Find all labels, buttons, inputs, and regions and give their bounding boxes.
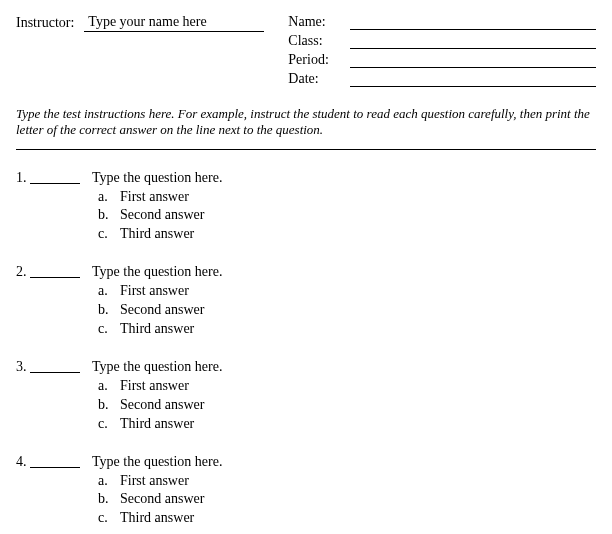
answer-blank-line[interactable] bbox=[30, 170, 80, 184]
date-input-line[interactable] bbox=[350, 73, 596, 87]
answer-text[interactable]: First answer bbox=[120, 377, 189, 396]
answer-blank-line[interactable] bbox=[30, 359, 80, 373]
class-input-line[interactable] bbox=[350, 35, 596, 49]
answer-row: b.Second answer bbox=[92, 396, 596, 415]
answer-row: c.Third answer bbox=[92, 320, 596, 339]
answer-letter: a. bbox=[98, 188, 120, 207]
meta-row-date: Date: bbox=[288, 71, 596, 87]
answer-row: c.Third answer bbox=[92, 509, 596, 528]
question-content: Type the question here.a.First answerb.S… bbox=[92, 454, 596, 529]
answer-letter: c. bbox=[98, 415, 120, 434]
answer-text[interactable]: First answer bbox=[120, 472, 189, 491]
answer-row: a.First answer bbox=[92, 188, 596, 207]
answer-letter: c. bbox=[98, 225, 120, 244]
meta-row-name: Name: bbox=[288, 14, 596, 30]
answer-text[interactable]: Second answer bbox=[120, 396, 204, 415]
answer-text[interactable]: Second answer bbox=[120, 490, 204, 509]
class-label: Class: bbox=[288, 33, 344, 49]
instructor-label: Instructor: bbox=[16, 14, 84, 31]
date-label: Date: bbox=[288, 71, 344, 87]
period-input-line[interactable] bbox=[350, 54, 596, 68]
meta-row-period: Period: bbox=[288, 52, 596, 68]
question-text[interactable]: Type the question here. bbox=[92, 170, 596, 186]
answer-row: a.First answer bbox=[92, 377, 596, 396]
answer-letter: b. bbox=[98, 396, 120, 415]
answer-text[interactable]: Third answer bbox=[120, 509, 194, 528]
question-number: 2. bbox=[16, 264, 30, 339]
question-content: Type the question here.a.First answerb.S… bbox=[92, 264, 596, 339]
answer-row: c.Third answer bbox=[92, 415, 596, 434]
answer-text[interactable]: Third answer bbox=[120, 225, 194, 244]
questions-container: 1.Type the question here.a.First answerb… bbox=[16, 170, 596, 529]
instructor-input[interactable]: Type your name here bbox=[84, 14, 264, 32]
answer-text[interactable]: Third answer bbox=[120, 415, 194, 434]
question-content: Type the question here.a.First answerb.S… bbox=[92, 359, 596, 434]
answer-row: a.First answer bbox=[92, 282, 596, 301]
question-block: 2.Type the question here.a.First answerb… bbox=[16, 264, 596, 339]
answer-blank-line[interactable] bbox=[30, 454, 80, 468]
answer-text[interactable]: Second answer bbox=[120, 301, 204, 320]
question-number: 4. bbox=[16, 454, 30, 529]
header: Instructor: Type your name here Name: Cl… bbox=[16, 14, 596, 90]
answer-letter: a. bbox=[98, 472, 120, 491]
divider bbox=[16, 149, 596, 150]
question-text[interactable]: Type the question here. bbox=[92, 264, 596, 280]
meta-row-class: Class: bbox=[288, 33, 596, 49]
question-number: 3. bbox=[16, 359, 30, 434]
question-block: 1.Type the question here.a.First answerb… bbox=[16, 170, 596, 245]
question-content: Type the question here.a.First answerb.S… bbox=[92, 170, 596, 245]
answer-letter: a. bbox=[98, 282, 120, 301]
instructor-block: Instructor: Type your name here bbox=[16, 14, 264, 90]
answer-text[interactable]: First answer bbox=[120, 188, 189, 207]
period-label: Period: bbox=[288, 52, 344, 68]
question-block: 3.Type the question here.a.First answerb… bbox=[16, 359, 596, 434]
answer-text[interactable]: First answer bbox=[120, 282, 189, 301]
answer-letter: c. bbox=[98, 320, 120, 339]
answer-letter: b. bbox=[98, 490, 120, 509]
answer-row: b.Second answer bbox=[92, 490, 596, 509]
question-text[interactable]: Type the question here. bbox=[92, 454, 596, 470]
answer-letter: b. bbox=[98, 301, 120, 320]
answer-row: b.Second answer bbox=[92, 301, 596, 320]
name-label: Name: bbox=[288, 14, 344, 30]
answer-text[interactable]: Third answer bbox=[120, 320, 194, 339]
name-input-line[interactable] bbox=[350, 16, 596, 30]
answer-text[interactable]: Second answer bbox=[120, 206, 204, 225]
student-meta-block: Name: Class: Period: Date: bbox=[288, 14, 596, 90]
question-number: 1. bbox=[16, 170, 30, 245]
question-block: 4.Type the question here.a.First answerb… bbox=[16, 454, 596, 529]
answer-letter: c. bbox=[98, 509, 120, 528]
answer-row: c.Third answer bbox=[92, 225, 596, 244]
answer-letter: a. bbox=[98, 377, 120, 396]
question-text[interactable]: Type the question here. bbox=[92, 359, 596, 375]
answer-letter: b. bbox=[98, 206, 120, 225]
answer-blank-line[interactable] bbox=[30, 264, 80, 278]
answer-row: a.First answer bbox=[92, 472, 596, 491]
answer-row: b.Second answer bbox=[92, 206, 596, 225]
instructions-text[interactable]: Type the test instructions here. For exa… bbox=[16, 106, 596, 139]
